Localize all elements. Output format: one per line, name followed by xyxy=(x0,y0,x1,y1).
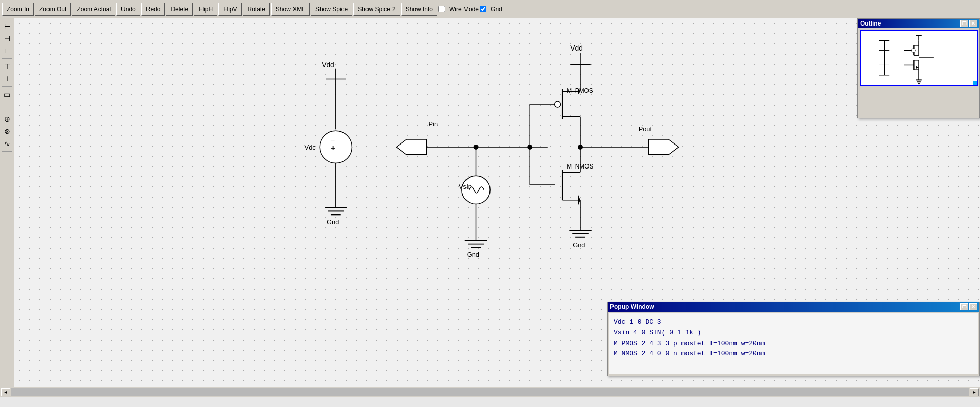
svg-text:M_PMOS: M_PMOS xyxy=(567,87,593,94)
svg-point-58 xyxy=(578,145,583,150)
tool-divider-3 xyxy=(2,151,12,152)
tool-wave[interactable]: ∿ xyxy=(2,138,13,149)
svg-marker-24 xyxy=(396,139,426,155)
svg-text:M_NMOS: M_NMOS xyxy=(567,163,593,170)
show-spice-button[interactable]: Show Spice xyxy=(311,3,352,16)
bottom-scrollbar: ◄ ► xyxy=(0,387,980,397)
svg-point-67 xyxy=(912,49,916,53)
popup-titlebar-buttons: 🗖 ✕ xyxy=(960,303,977,310)
scroll-left-button[interactable]: ◄ xyxy=(1,388,10,396)
svg-point-26 xyxy=(474,145,479,150)
show-xml-button[interactable]: Show XML xyxy=(271,3,310,16)
redo-button[interactable]: Redo xyxy=(141,3,165,16)
tool-move[interactable]: ⊢ xyxy=(2,45,13,56)
tool-cursor[interactable]: ⊢ xyxy=(2,20,13,32)
left-toolbar: ⊢ ⊣ ⊢ ⊤ ⊥ ▭ □ ⊕ ⊗ ∿ — xyxy=(0,18,14,397)
scroll-right-button[interactable]: ► xyxy=(970,388,979,396)
spice-line-3: M_PMOS 2 4 3 3 p_mosfet l=100nm w=20nm xyxy=(614,339,974,349)
tool-node[interactable]: ⊥ xyxy=(2,73,13,84)
svg-text:Vsin: Vsin xyxy=(459,183,472,190)
outline-window: Outline 🗖 ✕ xyxy=(857,18,980,118)
main-area: ⊢ ⊣ ⊢ ⊤ ⊥ ▭ □ ⊕ ⊗ ∿ — Vdd xyxy=(0,18,980,397)
grid-checkbox[interactable] xyxy=(480,6,486,12)
popup-window: Popup Window 🗖 ✕ Vdc 1 0 DC 3 Vsin 4 0 S… xyxy=(607,302,980,376)
svg-text:Pout: Pout xyxy=(639,125,652,133)
svg-marker-75 xyxy=(916,66,919,69)
popup-restore-button[interactable]: 🗖 xyxy=(960,303,968,310)
outline-titlebar-buttons: 🗖 ✕ xyxy=(960,20,977,27)
fliph-button[interactable]: FlipH xyxy=(194,3,217,16)
scroll-left-icon: ◄ xyxy=(4,390,8,395)
svg-point-37 xyxy=(555,101,561,107)
rotate-button[interactable]: Rotate xyxy=(243,3,270,16)
zoom-in-button[interactable]: Zoom In xyxy=(2,3,34,16)
svg-text:Gnd: Gnd xyxy=(467,251,479,258)
svg-text:Vdc: Vdc xyxy=(305,143,316,151)
svg-text:Gnd: Gnd xyxy=(573,241,585,249)
canvas-area[interactable]: Vdd + − Vdc Gnd Vsin xyxy=(14,18,980,397)
tool-extra[interactable]: — xyxy=(2,154,13,165)
scroll-track[interactable] xyxy=(11,388,969,396)
svg-marker-56 xyxy=(648,139,678,155)
svg-text:Vdd: Vdd xyxy=(322,61,334,69)
spice-line-4: M_NMOS 2 4 0 0 n_mosfet l=100nm w=20nm xyxy=(614,349,974,360)
tool-divider-2 xyxy=(2,86,12,87)
spice-line-1: Vdc 1 0 DC 3 xyxy=(614,317,974,328)
svg-text:Gnd: Gnd xyxy=(327,218,339,226)
scroll-right-icon: ► xyxy=(972,390,977,395)
delete-button[interactable]: Delete xyxy=(166,3,193,16)
svg-text:−: − xyxy=(331,137,335,145)
outline-restore-button[interactable]: 🗖 xyxy=(960,20,968,27)
toolbar: Zoom In Zoom Out Zoom Actual Undo Redo D… xyxy=(0,0,980,18)
tool-box[interactable]: □ xyxy=(2,101,13,112)
popup-content: Vdc 1 0 DC 3 Vsin 4 0 SIN( 0 1 1k ) M_PM… xyxy=(609,313,978,374)
flipv-button[interactable]: FlipV xyxy=(218,3,241,16)
svg-point-5 xyxy=(320,131,352,163)
tool-divider-1 xyxy=(2,58,12,59)
spice-line-2: Vsin 4 0 SIN( 0 1 1k ) xyxy=(614,328,974,339)
popup-title: Popup Window xyxy=(610,303,654,310)
wire-mode-label: Wire Mode xyxy=(449,6,479,13)
tool-circle[interactable]: ⊕ xyxy=(2,113,13,125)
zoom-out-button[interactable]: Zoom Out xyxy=(35,3,71,16)
wire-mode-checkbox[interactable] xyxy=(438,6,445,12)
outline-svg xyxy=(861,31,977,85)
svg-text:Pin: Pin xyxy=(429,120,438,128)
outline-close-button[interactable]: ✕ xyxy=(969,20,977,27)
outline-title: Outline xyxy=(860,20,881,27)
show-spice2-button[interactable]: Show Spice 2 xyxy=(353,3,400,16)
show-info-button[interactable]: Show Info xyxy=(401,3,437,16)
popup-close-button[interactable]: ✕ xyxy=(969,303,977,310)
tool-pan[interactable]: ⊣ xyxy=(2,33,13,44)
undo-button[interactable]: Undo xyxy=(116,3,140,16)
outline-footer xyxy=(858,87,979,118)
svg-text:Vdd: Vdd xyxy=(570,44,583,52)
outline-titlebar: Outline 🗖 ✕ xyxy=(858,19,979,28)
outline-resize-handle[interactable] xyxy=(973,81,977,85)
zoom-actual-button[interactable]: Zoom Actual xyxy=(72,3,115,16)
tool-wire[interactable]: ⊤ xyxy=(2,61,13,72)
grid-label: Grid xyxy=(491,6,502,13)
outline-content xyxy=(860,30,978,86)
popup-titlebar: Popup Window 🗖 ✕ xyxy=(608,302,979,312)
tool-rect[interactable]: ▭ xyxy=(2,89,13,100)
tool-arc[interactable]: ⊗ xyxy=(2,126,13,137)
